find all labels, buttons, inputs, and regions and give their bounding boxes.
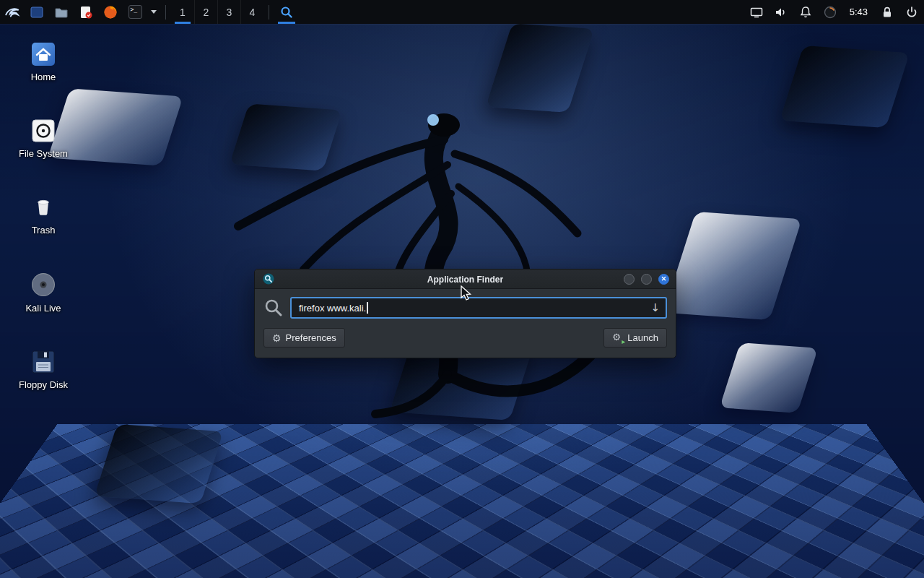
- terminal-launcher[interactable]: >_: [123, 0, 147, 24]
- close-button[interactable]: ✕: [658, 274, 669, 285]
- workspace-button-4[interactable]: 4: [240, 0, 263, 24]
- folder-icon: [54, 5, 69, 20]
- app-finder-taskbar-item[interactable]: [274, 0, 299, 24]
- screen: Home File System Trash Kali Live: [0, 0, 924, 578]
- top-panel: >_ 1 2 3 4: [0, 0, 924, 24]
- workspace-label: 3: [227, 7, 232, 18]
- window-title: Application Finder: [255, 269, 676, 289]
- display-icon: [749, 5, 764, 20]
- logout-button[interactable]: [899, 0, 924, 24]
- launch-icon: ⚙ ▸: [612, 332, 623, 343]
- workspace-label: 1: [180, 7, 186, 18]
- desktop-icon-trash[interactable]: Trash: [9, 194, 78, 236]
- window-magnifier-icon: [263, 273, 274, 288]
- gear-icon: ⚙: [272, 333, 282, 343]
- terminal-icon: >_: [128, 5, 142, 19]
- power-icon: [905, 5, 919, 20]
- terminal-dropdown-button[interactable]: [147, 0, 160, 24]
- notifications-tray-button[interactable]: [793, 0, 818, 24]
- status-indicator-tray-button[interactable]: [818, 0, 842, 24]
- wallpaper-cube-dark: [780, 46, 910, 128]
- text-caret: [367, 302, 368, 314]
- files-launcher[interactable]: [49, 0, 74, 24]
- maximize-button[interactable]: [641, 274, 652, 285]
- text-editor-launcher[interactable]: [74, 0, 98, 24]
- wallpaper-cube-dark: [230, 103, 342, 171]
- workspace-button-2[interactable]: 2: [194, 0, 217, 24]
- dropdown-arrow-icon[interactable]: ↓: [650, 301, 660, 314]
- workspace-label: 2: [204, 7, 209, 18]
- file-manager-launcher[interactable]: [25, 0, 49, 24]
- kali-logo-icon: [4, 4, 21, 21]
- desktop-icon-file-system[interactable]: File System: [9, 117, 78, 159]
- status-indicator-icon: [823, 5, 837, 20]
- kali-menu-button[interactable]: [0, 0, 25, 24]
- wallpaper-cube-glass: [720, 342, 818, 413]
- app-finder-icon: [279, 5, 294, 20]
- search-icon: [263, 298, 284, 318]
- desktop-icon-kali-live[interactable]: Kali Live: [9, 270, 78, 314]
- disc-icon: [29, 270, 58, 299]
- lock-screen-button[interactable]: [875, 0, 899, 24]
- panel-separator: [269, 5, 269, 20]
- display-settings-tray-button[interactable]: [744, 0, 769, 24]
- desktop-icon-floppy-disk[interactable]: Floppy Disk: [9, 348, 78, 390]
- drive-icon: [30, 117, 57, 144]
- home-icon: [30, 40, 57, 68]
- firefox-launcher[interactable]: [98, 0, 123, 24]
- close-icon: ✕: [661, 276, 667, 282]
- preferences-button[interactable]: ⚙ Preferences: [263, 328, 345, 348]
- preferences-label: Preferences: [286, 332, 336, 343]
- firefox-icon: [103, 5, 118, 20]
- search-input[interactable]: firefox www.kali. ↓: [290, 297, 667, 319]
- desktop-icon-label: Kali Live: [25, 303, 61, 314]
- panel-separator: [165, 5, 166, 20]
- lock-icon: [880, 5, 894, 20]
- launch-button[interactable]: ⚙ ▸ Launch: [603, 328, 667, 348]
- desktop-icon-label: File System: [19, 148, 68, 159]
- wallpaper-cube-glass: [663, 212, 802, 320]
- workspace-button-3[interactable]: 3: [217, 0, 240, 24]
- desktop-icon-label: Floppy Disk: [19, 379, 68, 390]
- desktop-icon-label: Trash: [32, 225, 56, 236]
- volume-icon: [774, 5, 788, 20]
- chevron-down-icon: [151, 10, 157, 14]
- text-editor-icon: [79, 5, 93, 20]
- workspace-label: 4: [250, 7, 256, 18]
- floppy-icon: [30, 348, 57, 376]
- application-finder-window: Application Finder ✕ firefox www.kali. ↓: [254, 269, 676, 358]
- wallpaper-cube-dark: [95, 424, 224, 504]
- launch-label: Launch: [627, 332, 658, 343]
- file-manager-icon: [30, 5, 44, 20]
- desktop-icon-label: Home: [31, 72, 56, 82]
- desktop-icon-home[interactable]: Home: [9, 40, 78, 82]
- wallpaper-cube-dark: [486, 23, 595, 113]
- workspace-button-1[interactable]: 1: [171, 0, 194, 24]
- clock[interactable]: 5:43: [842, 7, 875, 17]
- kali-dragon-wallpaper: [195, 85, 686, 425]
- bell-icon: [798, 5, 813, 20]
- search-input-value: firefox www.kali.: [299, 303, 366, 314]
- trash-icon: [30, 194, 57, 221]
- volume-tray-button[interactable]: [769, 0, 793, 24]
- titlebar[interactable]: Application Finder ✕: [255, 269, 676, 289]
- minimize-button[interactable]: [624, 274, 635, 285]
